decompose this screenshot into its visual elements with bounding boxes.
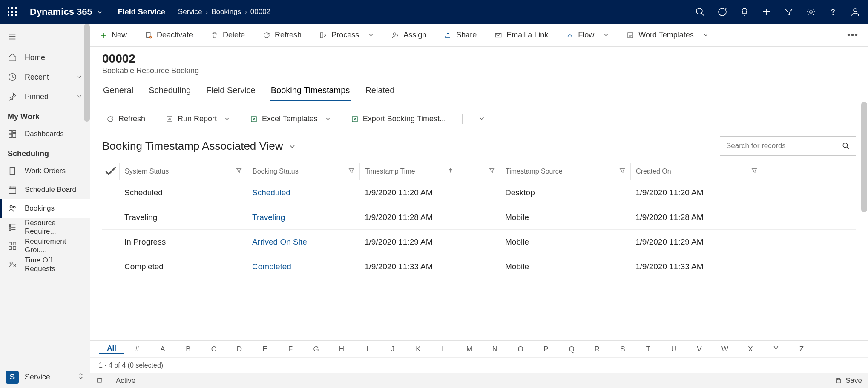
alpha-filter-r[interactable]: R <box>584 345 610 354</box>
delete-button[interactable]: Delete <box>207 28 249 42</box>
alpha-filter-o[interactable]: O <box>508 345 533 354</box>
column-header-booking-status[interactable]: Booking Status <box>247 163 359 180</box>
alpha-filter-z[interactable]: Z <box>789 345 814 354</box>
tab-scheduling[interactable]: Scheduling <box>148 83 192 101</box>
table-row[interactable]: TravelingTraveling1/9/2020 11:28 AMMobil… <box>102 205 856 230</box>
brand-switcher[interactable]: Dynamics 365 <box>30 6 103 17</box>
sidebar-item-work-orders[interactable]: Work Orders <box>0 162 90 180</box>
flow-button[interactable]: Flow <box>562 28 613 42</box>
refresh-button[interactable]: Refresh <box>259 28 306 42</box>
column-header-timestamp-source[interactable]: Timestamp Source <box>500 163 630 180</box>
alpha-filter-#[interactable]: # <box>124 345 150 354</box>
filter-icon[interactable] <box>236 168 242 175</box>
alpha-filter-d[interactable]: D <box>227 345 252 354</box>
select-all-checkbox[interactable] <box>102 163 119 180</box>
tab-related[interactable]: Related <box>364 83 395 101</box>
cell-booking-status-link[interactable]: Scheduled <box>247 188 359 197</box>
alpha-filter-all[interactable]: All <box>99 344 124 354</box>
filter-icon[interactable] <box>348 168 354 175</box>
excel-templates-button[interactable]: Excel Templates <box>246 112 335 126</box>
app-launcher-icon[interactable] <box>8 7 17 17</box>
subgrid-refresh-button[interactable]: Refresh <box>102 112 149 126</box>
filter-icon[interactable] <box>619 168 625 175</box>
deactivate-button[interactable]: Deactivate <box>141 28 197 42</box>
tab-general[interactable]: General <box>102 83 134 101</box>
sidebar-item-home[interactable]: Home <box>0 48 90 67</box>
sidebar-item-recent[interactable]: Recent <box>0 67 90 87</box>
overflow-button[interactable]: ••• <box>843 28 863 43</box>
view-selector[interactable]: Booking Timestamp Associated View <box>102 140 296 153</box>
user-icon[interactable] <box>850 7 860 17</box>
column-header-created-on[interactable]: Created On <box>630 163 762 180</box>
email-link-button[interactable]: Email a Link <box>490 28 552 42</box>
alpha-filter-h[interactable]: H <box>329 345 354 354</box>
alpha-filter-f[interactable]: F <box>278 345 303 354</box>
alpha-filter-g[interactable]: G <box>303 345 329 354</box>
new-button[interactable]: New <box>95 28 131 42</box>
filter-icon[interactable] <box>489 168 495 175</box>
alpha-filter-q[interactable]: Q <box>559 345 584 354</box>
breadcrumb-level-2[interactable]: 00002 <box>250 8 270 16</box>
table-row[interactable]: ScheduledScheduled1/9/2020 11:20 AMDeskt… <box>102 180 856 205</box>
alpha-filter-l[interactable]: L <box>431 345 457 354</box>
sidebar-item-dashboards[interactable]: Dashboards <box>0 125 90 143</box>
assign-button[interactable]: Assign <box>387 28 431 42</box>
column-header-system-status[interactable]: System Status <box>119 163 247 180</box>
cell-booking-status-link[interactable]: Arrived On Site <box>247 237 359 247</box>
process-button[interactable]: Process <box>315 28 378 42</box>
cell-booking-status-link[interactable]: Completed <box>247 262 359 271</box>
save-button[interactable]: Save <box>835 377 862 385</box>
popout-icon[interactable] <box>96 377 103 384</box>
export-button[interactable]: Export Booking Timest... <box>347 112 450 126</box>
alpha-filter-k[interactable]: K <box>405 345 431 354</box>
filter-icon[interactable] <box>784 7 794 17</box>
word-templates-button[interactable]: Word Templates <box>622 28 712 42</box>
alpha-filter-n[interactable]: N <box>482 345 508 354</box>
area-switcher[interactable]: S Service <box>0 366 90 388</box>
alpha-filter-p[interactable]: P <box>533 345 559 354</box>
filter-icon[interactable] <box>751 168 757 175</box>
cell-booking-status-link[interactable]: Traveling <box>247 213 359 222</box>
search-icon[interactable] <box>695 7 705 17</box>
sidebar-item-pinned[interactable]: Pinned <box>0 87 90 106</box>
alpha-filter-y[interactable]: Y <box>763 345 789 354</box>
search-box[interactable] <box>720 136 856 156</box>
table-row[interactable]: In ProgressArrived On Site1/9/2020 11:29… <box>102 230 856 254</box>
add-icon[interactable] <box>762 7 772 17</box>
hamburger-button[interactable] <box>0 28 90 48</box>
tips-icon[interactable] <box>739 7 750 17</box>
sidebar-item-resource-requirements[interactable]: Resource Require... <box>0 218 90 237</box>
sidebar-scrollbar[interactable] <box>84 24 90 122</box>
run-report-button[interactable]: Run Report <box>161 112 234 126</box>
sidebar-item-bookings[interactable]: Bookings <box>0 199 90 218</box>
sidebar-item-requirement-groups[interactable]: Requirement Grou... <box>0 237 90 255</box>
tab-field-service[interactable]: Field Service <box>205 83 256 101</box>
breadcrumb-level-0[interactable]: Service <box>178 8 202 16</box>
alpha-filter-t[interactable]: T <box>635 345 661 354</box>
subgrid-overflow-button[interactable] <box>474 112 489 126</box>
tab-booking-timestamps[interactable]: Booking Timestamps <box>270 83 351 101</box>
search-input[interactable] <box>726 142 842 150</box>
sidebar-item-time-off[interactable]: Time Off Requests <box>0 255 90 274</box>
help-icon[interactable] <box>828 7 838 17</box>
alpha-filter-v[interactable]: V <box>687 345 712 354</box>
table-row[interactable]: CompletedCompleted1/9/2020 11:33 AMMobil… <box>102 254 856 279</box>
alpha-filter-s[interactable]: S <box>610 345 635 354</box>
share-button[interactable]: Share <box>440 28 481 42</box>
column-header-timestamp-time[interactable]: Timestamp Time <box>359 163 500 180</box>
alpha-filter-m[interactable]: M <box>457 345 482 354</box>
alpha-filter-i[interactable]: I <box>354 345 380 354</box>
alpha-filter-u[interactable]: U <box>661 345 687 354</box>
alpha-filter-j[interactable]: J <box>380 345 405 354</box>
search-icon[interactable] <box>842 142 850 150</box>
alpha-filter-w[interactable]: W <box>712 345 738 354</box>
alpha-filter-b[interactable]: B <box>175 345 201 354</box>
gear-icon[interactable] <box>806 7 816 17</box>
main-scrollbar[interactable] <box>861 102 867 212</box>
alpha-filter-e[interactable]: E <box>252 345 278 354</box>
task-icon[interactable] <box>717 7 727 17</box>
sidebar-item-schedule-board[interactable]: Schedule Board <box>0 180 90 199</box>
alpha-filter-x[interactable]: X <box>738 345 763 354</box>
alpha-filter-a[interactable]: A <box>150 345 175 354</box>
breadcrumb-level-1[interactable]: Bookings <box>211 8 241 16</box>
